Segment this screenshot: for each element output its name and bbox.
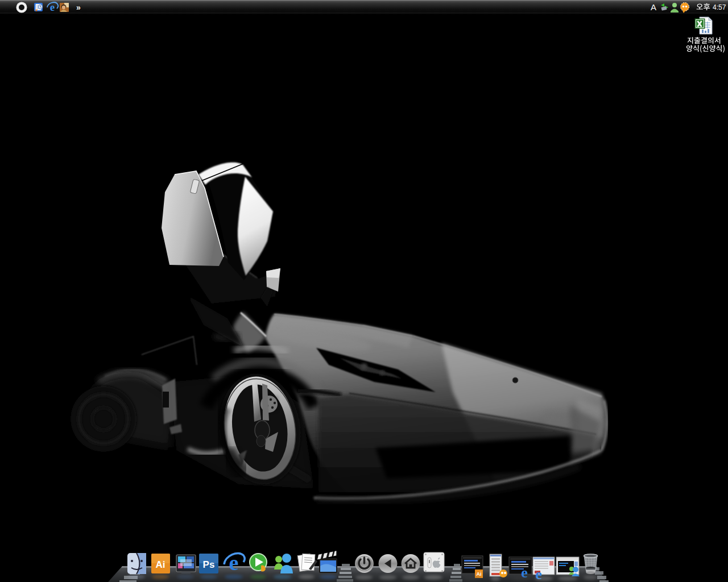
svg-text:A: A [651,2,656,12]
svg-text:4:57: 4:57 [713,3,726,11]
svg-text:»: » [76,3,81,12]
svg-text:Ps: Ps [203,559,215,570]
svg-text:Ai: Ai [156,559,166,570]
svg-text:Ai: Ai [477,571,482,577]
